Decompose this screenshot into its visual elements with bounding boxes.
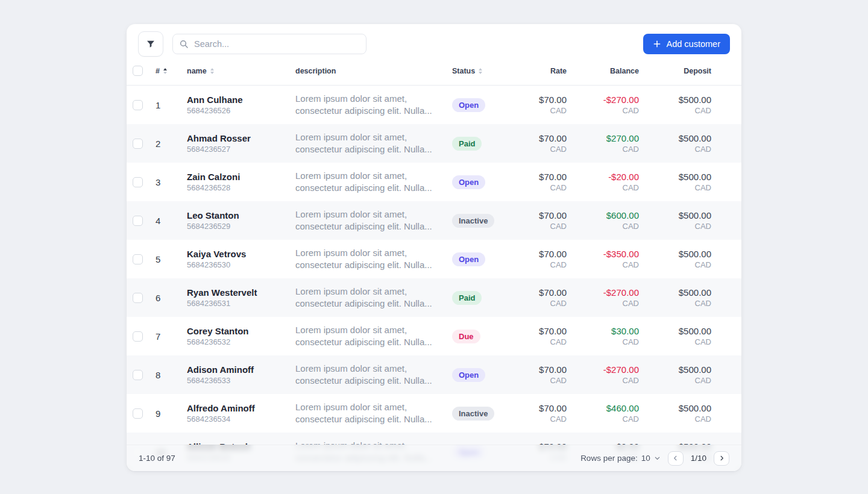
table-row[interactable]: 8 Adison Aminoff 5684236533 Lorem ipsum … — [127, 355, 741, 394]
column-header-name[interactable]: name — [187, 67, 295, 75]
sort-icon[interactable] — [479, 68, 482, 74]
customer-description: Lorem ipsum dolor sit amet, consectetur … — [295, 208, 446, 233]
filter-button[interactable] — [138, 31, 163, 57]
customer-name: Kaiya Vetrovs — [187, 249, 246, 259]
row-checkbox[interactable] — [133, 100, 143, 110]
status-cell: Paid — [452, 137, 518, 151]
sort-icon[interactable] — [210, 68, 214, 74]
column-header-description[interactable]: description — [295, 67, 452, 75]
row-checkbox-cell — [127, 100, 156, 110]
table-row[interactable]: 7 Corey Stanton 5684236532 Lorem ipsum d… — [127, 317, 741, 355]
name-cell: Zain Calzoni 5684236528 — [187, 172, 295, 192]
add-customer-button[interactable]: Add customer — [643, 34, 730, 54]
rate-value: $70.00 — [539, 95, 567, 105]
deposit-cell: $500.00CAD — [639, 210, 711, 231]
row-checkbox[interactable] — [133, 177, 143, 187]
customer-id: 5684236531 — [187, 299, 257, 308]
description-cell: Lorem ipsum dolor sit amet, consectetur … — [295, 170, 452, 194]
customer-name: Ann Culhane — [187, 95, 243, 105]
customer-description: Lorem ipsum dolor sit amet, consectetur … — [295, 324, 446, 348]
rate-currency: CAD — [518, 299, 567, 308]
balance-cell: -$20.00CAD — [567, 172, 639, 192]
column-header-rate[interactable]: Rate — [518, 67, 567, 75]
customer-id: 5684236529 — [187, 222, 239, 231]
column-header-status[interactable]: Status — [452, 67, 518, 75]
table-row[interactable]: 5 Kaiya Vetrovs 5684236530 Lorem ipsum d… — [127, 240, 741, 278]
row-number: 2 — [156, 139, 187, 149]
customer-name: Adison Aminoff — [187, 364, 254, 375]
row-range-label: 1-10 of 97 — [139, 454, 175, 463]
column-label: Status — [452, 67, 475, 75]
customer-id: 5684236534 — [187, 414, 255, 424]
next-page-button[interactable] — [714, 451, 729, 466]
deposit-value: $500.00 — [679, 210, 711, 220]
table-row[interactable]: 4 Leo Stanton 5684236529 Lorem ipsum dol… — [127, 201, 741, 240]
row-checkbox[interactable] — [133, 408, 143, 419]
description-cell: Lorem ipsum dolor sit amet, consectetur … — [295, 208, 452, 233]
deposit-currency: CAD — [639, 145, 711, 154]
row-checkbox-cell — [127, 293, 156, 303]
column-header-balance[interactable]: Balance — [567, 67, 639, 75]
row-number: 3 — [156, 177, 187, 187]
table-footer: 1-10 of 97 Rows per page: 10 1/10 — [127, 445, 741, 471]
table-row[interactable]: 9 Alfredo Aminoff 5684236534 Lorem ipsum… — [127, 394, 741, 433]
row-checkbox[interactable] — [133, 216, 143, 226]
search-input[interactable] — [172, 34, 366, 54]
row-number: 6 — [156, 293, 187, 303]
rate-currency: CAD — [518, 376, 567, 385]
name-cell: Leo Stanton 5684236529 — [187, 210, 295, 231]
balance-value: -$270.00 — [603, 364, 639, 375]
deposit-cell: $500.00CAD — [639, 364, 711, 385]
deposit-cell: $500.00CAD — [639, 172, 711, 192]
row-checkbox[interactable] — [133, 254, 143, 264]
customer-id: 5684236526 — [187, 106, 243, 115]
row-checkbox[interactable] — [133, 293, 143, 303]
balance-currency: CAD — [567, 376, 639, 385]
balance-currency: CAD — [567, 337, 639, 346]
toolbar: Add customer — [127, 24, 741, 57]
column-header-num[interactable]: # — [156, 67, 187, 75]
rate-cell: $70.00CAD — [518, 95, 567, 115]
sort-icon-asc[interactable] — [163, 68, 167, 74]
row-checkbox-cell — [127, 139, 156, 149]
customer-description: Lorem ipsum dolor sit amet, consectetur … — [295, 286, 446, 310]
row-checkbox[interactable] — [133, 331, 143, 342]
status-cell: Paid — [452, 291, 518, 305]
rate-currency: CAD — [518, 337, 567, 346]
rows-per-page-select[interactable]: Rows per page: 10 — [580, 454, 661, 463]
customer-name: Ahmad Rosser — [187, 133, 251, 143]
balance-value: $30.00 — [611, 326, 639, 336]
table-row[interactable]: 3 Zain Calzoni 5684236528 Lorem ipsum do… — [127, 163, 741, 201]
column-label: name — [187, 67, 207, 75]
rate-value: $70.00 — [539, 249, 567, 259]
customer-name: Corey Stanton — [187, 326, 249, 336]
balance-currency: CAD — [567, 299, 639, 308]
balance-currency: CAD — [567, 260, 639, 269]
deposit-cell: $500.00CAD — [639, 287, 711, 308]
customer-description: Lorem ipsum dolor sit amet, consectetur … — [295, 170, 446, 194]
table-body: 1 Ann Culhane 5684236526 Lorem ipsum dol… — [127, 86, 741, 471]
table-row[interactable]: 6 Ryan Westervelt 5684236531 Lorem ipsum… — [127, 278, 741, 317]
balance-currency: CAD — [567, 414, 639, 424]
table-row[interactable]: 1 Ann Culhane 5684236526 Lorem ipsum dol… — [127, 86, 741, 124]
filter-funnel-icon — [146, 39, 156, 49]
column-header-deposit[interactable]: Deposit — [639, 67, 711, 75]
deposit-currency: CAD — [639, 260, 711, 269]
rate-cell: $70.00CAD — [518, 133, 567, 154]
search-container — [172, 34, 366, 54]
balance-cell: $460.00CAD — [567, 403, 639, 424]
description-cell: Lorem ipsum dolor sit amet, consectetur … — [295, 286, 452, 310]
row-checkbox-cell — [127, 331, 156, 342]
row-checkbox[interactable] — [133, 370, 143, 380]
customer-description: Lorem ipsum dolor sit amet, consectetur … — [295, 131, 446, 155]
customer-description: Lorem ipsum dolor sit amet, consectetur … — [295, 401, 446, 425]
row-checkbox-cell — [127, 370, 156, 380]
table-row[interactable]: 2 Ahmad Rosser 5684236527 Lorem ipsum do… — [127, 124, 741, 163]
rate-value: $70.00 — [539, 364, 567, 375]
row-checkbox[interactable] — [133, 139, 143, 149]
select-all-checkbox[interactable] — [133, 66, 143, 76]
row-checkbox-cell — [127, 254, 156, 264]
status-badge: Paid — [452, 137, 482, 151]
rate-cell: $70.00CAD — [518, 326, 567, 346]
previous-page-button[interactable] — [668, 451, 684, 466]
